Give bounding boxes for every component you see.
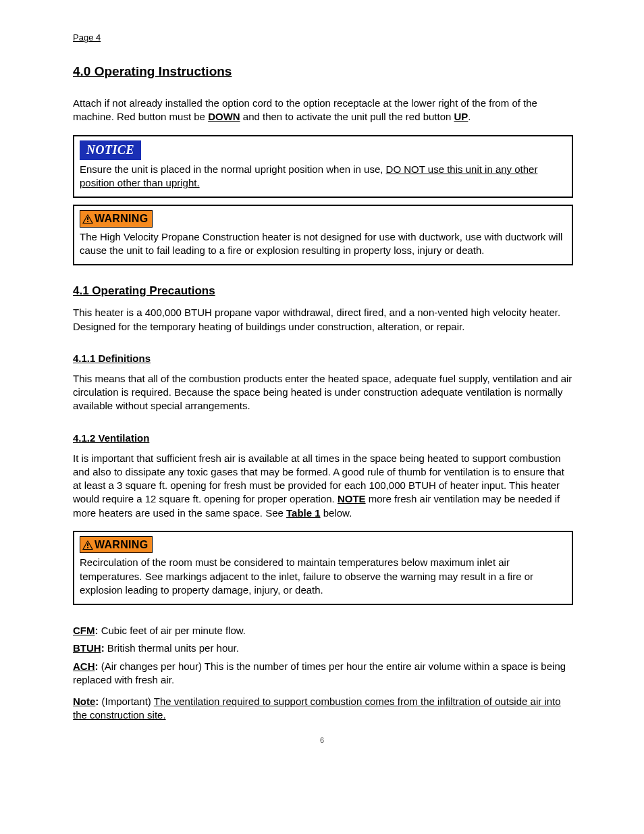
- warning-badge: WARNING: [80, 210, 153, 228]
- warning-2-text: Recirculation of the room must be consid…: [80, 556, 533, 596]
- term-colon: :: [101, 642, 105, 654]
- note-pre: (Important): [102, 696, 154, 707]
- section-4-body: Attach if not already installed the opti…: [73, 97, 573, 124]
- subsection-4-1-2-body: It is important that sufficient fresh ai…: [73, 452, 573, 520]
- definition-btuh: BTUH: British thermal units per hour.: [73, 642, 573, 655]
- subsection-4-1-1-heading: 4.1.1 Definitions: [73, 353, 573, 364]
- note-important: Note: (Important) The ventilation requir…: [73, 695, 573, 723]
- notice-text-plain: Ensure the unit is placed in the normal …: [80, 163, 386, 175]
- definition-cfm: CFM: Cubic feet of air per minute flow.: [73, 624, 573, 637]
- warning-badge-row-2: WARNING: [80, 536, 566, 554]
- up-word: UP: [454, 111, 468, 122]
- footer-page-number: 6: [0, 736, 644, 744]
- term-ach: ACH: [73, 660, 95, 672]
- term-colon: :: [95, 625, 99, 636]
- table-1-ref: Table 1: [286, 507, 321, 519]
- section-4-body-mid: and then to activate the unit pull the r…: [240, 111, 454, 122]
- warning-triangle-icon: [82, 540, 93, 550]
- warning-1-text: The High Velocity Propane Construction h…: [80, 231, 562, 256]
- svg-rect-7: [87, 547, 88, 548]
- warning-badge: WARNING: [80, 536, 153, 554]
- definition-cfm-text: Cubic feet of air per minute flow.: [101, 625, 246, 636]
- term-btuh: BTUH: [73, 642, 101, 654]
- document-page: Page 4 4.0 Operating Instructions Attach…: [0, 0, 644, 763]
- definition-btuh-text: British thermal units per hour.: [107, 642, 239, 654]
- svg-rect-3: [87, 221, 88, 222]
- term-colon: :: [95, 660, 99, 672]
- subsection-4-1-1-body: This means that all of the combustion pr…: [73, 372, 573, 413]
- warning-badge-row-1: WARNING: [80, 210, 566, 228]
- subsection-4-1-2-note-word: NOTE: [338, 493, 366, 504]
- term-colon: :: [95, 696, 99, 707]
- note-leadword: Note: [73, 696, 95, 707]
- definition-ach: ACH: (Air changes per hour) This is the …: [73, 660, 573, 687]
- warning-callout-2: WARNING Recirculation of the room must b…: [73, 531, 573, 605]
- warning-triangle-icon: [82, 214, 93, 224]
- notice-badge-row: NOTICE: [80, 140, 566, 160]
- down-word: DOWN: [208, 111, 240, 122]
- notice-callout: NOTICE Ensure the unit is placed in the …: [73, 135, 573, 199]
- definition-ach-text: (Air changes per hour) This is the numbe…: [73, 660, 566, 685]
- subsection-4-1-heading: 4.1 Operating Precautions: [73, 284, 573, 298]
- section-4-heading: 4.0 Operating Instructions: [73, 64, 573, 79]
- warning-callout-1: WARNING The High Velocity Propane Constr…: [73, 205, 573, 265]
- term-cfm: CFM: [73, 625, 95, 636]
- svg-rect-6: [87, 543, 88, 546]
- page-number-top: Page 4: [73, 32, 573, 43]
- notice-badge: NOTICE: [80, 140, 141, 160]
- subsection-4-1-body: This heater is a 400,000 BTUH propane va…: [73, 306, 573, 334]
- subsection-4-1-2-post2: below.: [321, 507, 352, 519]
- svg-rect-2: [87, 217, 88, 221]
- subsection-4-1-2-heading: 4.1.2 Ventilation: [73, 432, 573, 444]
- section-4-body-end: .: [468, 111, 471, 122]
